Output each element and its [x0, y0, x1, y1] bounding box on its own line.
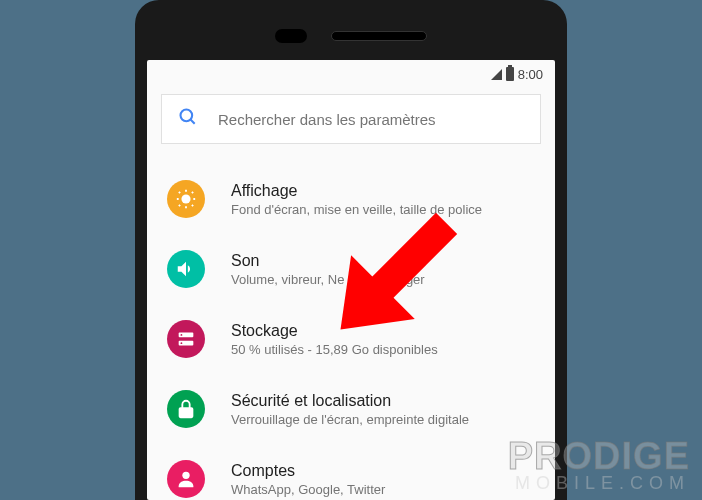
- settings-item-storage[interactable]: Stockage 50 % utilisés - 15,89 Go dispon…: [147, 304, 555, 374]
- svg-point-7: [182, 472, 189, 479]
- svg-point-5: [181, 334, 183, 336]
- battery-icon: [506, 67, 514, 81]
- settings-item-accounts[interactable]: Comptes WhatsApp, Google, Twitter: [147, 444, 555, 500]
- svg-line-1: [191, 120, 195, 124]
- phone-frame: 8:00 Rechercher dans les paramètres Affi…: [135, 0, 567, 500]
- settings-item-display[interactable]: Affichage Fond d'écran, mise en veille, …: [147, 164, 555, 234]
- item-subtitle: Verrouillage de l'écran, empreinte digit…: [231, 412, 535, 427]
- item-title: Son: [231, 252, 535, 270]
- signal-icon: [491, 69, 502, 80]
- status-bar: 8:00: [147, 60, 555, 88]
- screen: 8:00 Rechercher dans les paramètres Affi…: [147, 60, 555, 500]
- item-title: Affichage: [231, 182, 535, 200]
- item-title: Stockage: [231, 322, 535, 340]
- settings-list: Affichage Fond d'écran, mise en veille, …: [147, 156, 555, 500]
- lock-icon: [167, 390, 205, 428]
- item-title: Comptes: [231, 462, 535, 480]
- settings-item-sound[interactable]: Son Volume, vibreur, Ne pas déranger: [147, 234, 555, 304]
- volume-icon: [167, 250, 205, 288]
- item-subtitle: Fond d'écran, mise en veille, taille de …: [231, 202, 535, 217]
- svg-point-6: [181, 342, 183, 344]
- storage-icon: [167, 320, 205, 358]
- sensor-dot: [275, 29, 307, 43]
- brightness-icon: [167, 180, 205, 218]
- svg-point-2: [181, 194, 190, 203]
- item-subtitle: Volume, vibreur, Ne pas déranger: [231, 272, 535, 287]
- search-placeholder: Rechercher dans les paramètres: [218, 111, 436, 128]
- item-subtitle: 50 % utilisés - 15,89 Go disponibles: [231, 342, 535, 357]
- item-title: Sécurité et localisation: [231, 392, 535, 410]
- item-text: Affichage Fond d'écran, mise en veille, …: [231, 182, 535, 217]
- svg-point-0: [181, 110, 193, 122]
- search-box[interactable]: Rechercher dans les paramètres: [161, 94, 541, 144]
- phone-notch: [147, 12, 555, 60]
- item-text: Comptes WhatsApp, Google, Twitter: [231, 462, 535, 497]
- account-icon: [167, 460, 205, 498]
- settings-item-security[interactable]: Sécurité et localisation Verrouillage de…: [147, 374, 555, 444]
- item-text: Son Volume, vibreur, Ne pas déranger: [231, 252, 535, 287]
- item-text: Sécurité et localisation Verrouillage de…: [231, 392, 535, 427]
- item-subtitle: WhatsApp, Google, Twitter: [231, 482, 535, 497]
- item-text: Stockage 50 % utilisés - 15,89 Go dispon…: [231, 322, 535, 357]
- search-icon: [178, 107, 198, 131]
- speaker-grille: [331, 31, 427, 41]
- status-time: 8:00: [518, 67, 543, 82]
